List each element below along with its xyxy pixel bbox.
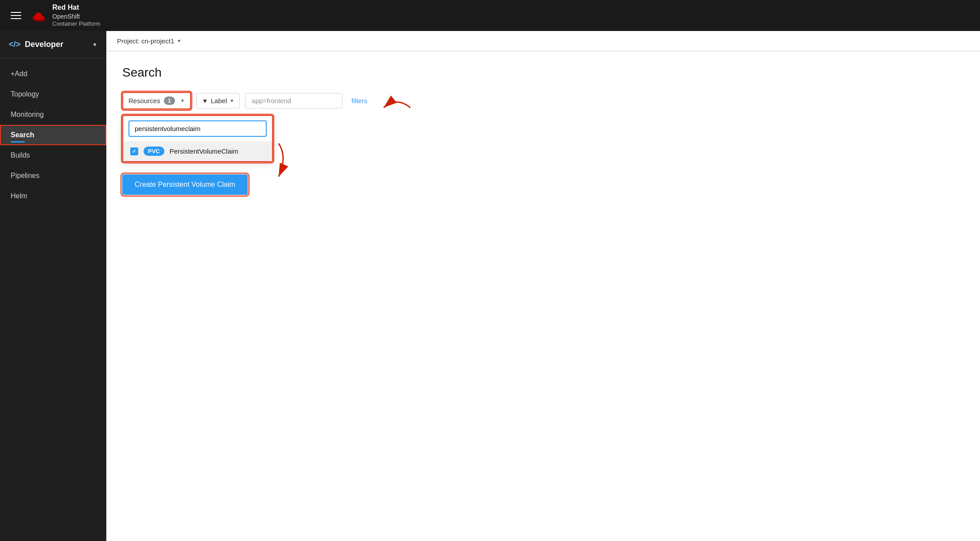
arrow-to-filters-annotation [370, 83, 424, 110]
brand-openshift: OpenShift [52, 12, 100, 20]
redhat-logo-icon [30, 7, 47, 24]
perspective-label: Developer [25, 40, 88, 49]
main-content: Project: cn-project1 ▼ Search Resources … [106, 31, 980, 541]
label-filter-text: Label [211, 97, 227, 104]
sidebar-item-add[interactable]: +Add [0, 64, 106, 84]
brand-text: Red Hat OpenShift Container Platform [52, 3, 100, 28]
create-button-wrapper: Create Persistent Volume Claim [122, 174, 248, 195]
project-dropdown-arrow: ▼ [177, 39, 181, 43]
perspective-selector[interactable]: </> Developer ▼ [0, 31, 106, 58]
sidebar-item-pipelines[interactable]: Pipelines [0, 166, 106, 186]
resources-count-badge: 1 [164, 97, 175, 105]
create-persistent-volume-claim-button[interactable]: Create Persistent Volume Claim [122, 174, 248, 195]
page-title: Search [122, 66, 964, 80]
pvc-checkbox[interactable] [130, 147, 138, 155]
svg-rect-4 [35, 12, 41, 17]
resources-dropdown[interactable]: Resources 1 ▼ [122, 92, 191, 109]
brand-logo: Red Hat OpenShift Container Platform [30, 3, 100, 28]
label-chevron-icon: ▼ [229, 98, 234, 103]
sidebar-item-helm[interactable]: Helm [0, 186, 106, 206]
perspective-chevron-icon: ▼ [92, 42, 97, 48]
pvc-badge: PVC [144, 147, 164, 156]
perspective-code-icon: </> [9, 40, 20, 49]
dropdown-search-row [123, 116, 272, 141]
resource-search-input[interactable] [128, 120, 267, 137]
resources-dropdown-panel: PVC PersistentVolumeClaim [122, 115, 273, 162]
pvc-dropdown-option[interactable]: PVC PersistentVolumeClaim [123, 141, 272, 161]
main-layout: </> Developer ▼ +Add Topology Monitoring… [0, 31, 980, 541]
sidebar-item-monitoring[interactable]: Monitoring [0, 104, 106, 125]
pvc-option-label: PersistentVolumeClaim [170, 147, 238, 155]
brand-name: Red Hat [52, 3, 100, 12]
sidebar-item-builds[interactable]: Builds [0, 145, 106, 166]
project-bar: Project: cn-project1 ▼ [106, 31, 980, 51]
sidebar-item-search[interactable]: Search [0, 125, 106, 145]
project-label: Project: cn-project1 [117, 37, 174, 45]
sidebar-item-topology[interactable]: Topology [0, 84, 106, 104]
hamburger-menu[interactable] [9, 10, 23, 21]
label-filter[interactable]: ▼ Label ▼ [196, 93, 240, 108]
resources-chevron-icon: ▼ [180, 98, 185, 103]
project-selector[interactable]: Project: cn-project1 ▼ [117, 37, 181, 45]
top-navigation: Red Hat OpenShift Container Platform [0, 0, 980, 31]
sidebar: </> Developer ▼ +Add Topology Monitoring… [0, 31, 106, 541]
filter-icon: ▼ [202, 97, 208, 104]
filters-link[interactable]: filters [351, 97, 367, 104]
brand-platform: Container Platform [52, 20, 100, 28]
label-input[interactable] [245, 93, 342, 108]
resources-label: Resources [128, 97, 160, 104]
page-content-area: Search Resources 1 ▼ ▼ Label ▼ fi [106, 51, 980, 209]
sidebar-navigation: +Add Topology Monitoring Search Builds P… [0, 58, 106, 212]
filter-row: Resources 1 ▼ ▼ Label ▼ filters [122, 92, 964, 109]
